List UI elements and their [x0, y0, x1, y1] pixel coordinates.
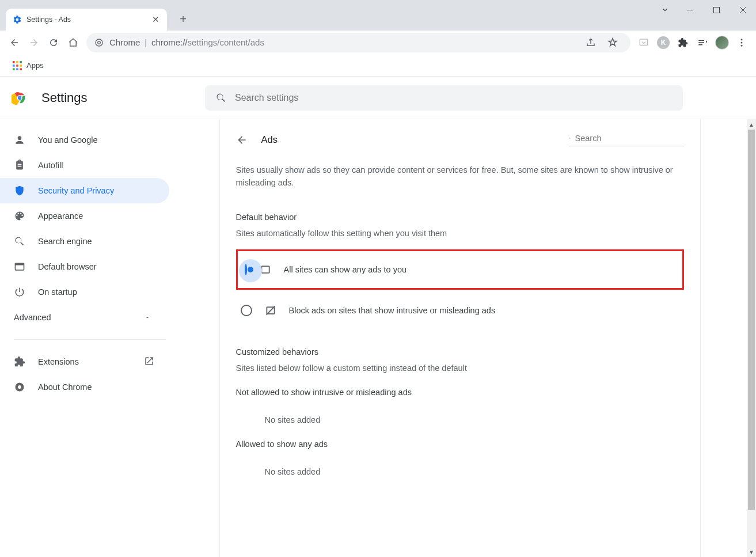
address-bar[interactable]: Chrome | chrome://settings/content/ads	[86, 33, 630, 52]
new-tab-button[interactable]: +	[175, 11, 191, 27]
svg-rect-1	[713, 7, 719, 13]
radio-block-label: Block ads on sites that show intrusive o…	[289, 306, 496, 315]
sidebar-item-about-chrome[interactable]: About Chrome	[0, 374, 169, 400]
sidebar-advanced[interactable]: Advanced	[0, 305, 173, 330]
empty-allowed: No sites added	[236, 467, 684, 476]
sidebar-item-extensions[interactable]: Extensions	[0, 349, 169, 374]
profile-k-icon[interactable]: K	[654, 33, 673, 52]
close-tab-icon[interactable]: ✕	[151, 15, 160, 24]
svg-rect-16	[13, 68, 15, 70]
settings-content: Ads Sites usually show ads so they can p…	[173, 119, 747, 557]
allowed-label: Allowed to show any ads	[236, 439, 684, 449]
chrome-logo-icon	[12, 90, 28, 106]
sidebar-item-label: Security and Privacy	[38, 186, 114, 195]
radio-block-row[interactable]: Block ads on sites that show intrusive o…	[236, 293, 684, 328]
sidebar-separator	[14, 339, 166, 340]
home-button[interactable]	[63, 33, 83, 52]
svg-rect-23	[16, 263, 24, 265]
radio-allow-row[interactable]: All sites can show any ads to you	[240, 252, 680, 287]
share-icon[interactable]	[581, 33, 601, 52]
scroll-down-arrow[interactable]: ▼	[747, 547, 756, 557]
back-arrow-icon[interactable]	[236, 134, 248, 146]
svg-rect-18	[20, 68, 22, 70]
reading-list-icon[interactable]	[693, 33, 712, 52]
customized-behaviors-desc: Sites listed below follow a custom setti…	[236, 363, 684, 373]
sidebar-item-you-and-google[interactable]: You and Google	[0, 127, 169, 153]
sidebar-item-label: Appearance	[38, 211, 83, 221]
sidebar-item-security-privacy[interactable]: Security and Privacy	[0, 178, 169, 203]
browser-toolbar: Chrome | chrome://settings/content/ads K	[0, 31, 756, 55]
pocket-icon[interactable]	[634, 33, 654, 52]
vertical-scrollbar[interactable]: ▲ ▼	[747, 119, 756, 557]
svg-point-7	[741, 39, 743, 40]
apps-shortcut[interactable]: Apps	[8, 59, 48, 73]
radio-selected-icon[interactable]	[245, 264, 247, 275]
sidebar-item-on-startup[interactable]: On startup	[0, 279, 169, 305]
settings-search-input[interactable]	[235, 93, 673, 103]
minimize-button[interactable]	[677, 0, 703, 20]
svg-point-3	[98, 41, 101, 44]
subpage-search[interactable]	[569, 133, 684, 146]
svg-rect-4	[640, 39, 648, 46]
svg-rect-13	[13, 65, 15, 67]
settings-sidebar: You and Google Autofill Security and Pri…	[0, 119, 173, 557]
bookmarks-bar: Apps	[0, 55, 756, 77]
svg-point-25	[18, 385, 21, 389]
ads-block-icon	[265, 305, 276, 316]
svg-rect-12	[20, 61, 22, 63]
subpage-search-input[interactable]	[575, 134, 684, 143]
chevron-down-icon	[144, 314, 151, 321]
forward-button[interactable]	[24, 33, 44, 52]
chevron-down-icon[interactable]	[654, 0, 677, 20]
advanced-label: Advanced	[14, 313, 51, 322]
gear-icon	[13, 15, 22, 24]
omnibox-path-prefix: chrome://	[151, 37, 188, 47]
browser-titlebar: Settings - Ads ✕ +	[0, 0, 756, 31]
shield-icon	[14, 185, 25, 196]
maximize-button[interactable]	[703, 0, 730, 20]
menu-dots-icon[interactable]	[732, 33, 751, 52]
svg-point-8	[741, 41, 743, 43]
sidebar-item-search-engine[interactable]: Search engine	[0, 229, 169, 254]
sidebar-item-appearance[interactable]: Appearance	[0, 203, 169, 229]
svg-point-2	[96, 39, 102, 46]
omnibox-path: settings/content/ads	[188, 37, 264, 47]
scroll-up-arrow[interactable]: ▲	[747, 119, 756, 130]
back-button[interactable]	[5, 33, 24, 52]
svg-rect-14	[16, 65, 18, 67]
svg-rect-11	[16, 61, 18, 63]
sidebar-item-label: Autofill	[38, 161, 63, 170]
svg-point-9	[741, 44, 743, 46]
sidebar-item-label: Search engine	[38, 237, 92, 246]
external-link-icon	[144, 356, 155, 367]
bookmark-star-icon[interactable]	[603, 33, 622, 52]
reload-button[interactable]	[44, 33, 63, 52]
scrollbar-thumb[interactable]	[748, 130, 755, 510]
sidebar-item-label: About Chrome	[38, 382, 92, 392]
sidebar-item-default-browser[interactable]: Default browser	[0, 254, 169, 279]
sidebar-item-autofill[interactable]: Autofill	[0, 153, 169, 178]
apps-grid-icon	[13, 61, 22, 70]
profile-avatar[interactable]	[712, 33, 732, 52]
palette-icon	[14, 210, 25, 222]
omnibox-scheme: Chrome	[109, 37, 140, 47]
svg-rect-26	[261, 266, 269, 273]
sidebar-item-label: Extensions	[38, 357, 79, 366]
svg-rect-15	[20, 65, 22, 67]
close-window-button[interactable]	[730, 0, 756, 20]
page-description: Sites usually show ads so they can provi…	[236, 164, 684, 190]
radio-allow-label: All sites can show any ads to you	[284, 265, 407, 274]
default-behavior-title: Default behavior	[236, 213, 684, 222]
svg-rect-17	[16, 68, 18, 70]
customized-behaviors-title: Customized behaviors	[236, 347, 684, 357]
sidebar-item-label: You and Google	[38, 135, 97, 145]
svg-rect-0	[687, 10, 693, 10]
browser-tab[interactable]: Settings - Ads ✕	[6, 9, 167, 31]
search-icon	[569, 133, 571, 143]
settings-search[interactable]	[205, 85, 683, 111]
radio-unselected-icon[interactable]	[241, 305, 252, 316]
page-title: Ads	[261, 134, 555, 145]
settings-header: Settings	[0, 77, 756, 119]
search-icon	[215, 92, 227, 104]
extensions-puzzle-icon[interactable]	[673, 33, 693, 52]
